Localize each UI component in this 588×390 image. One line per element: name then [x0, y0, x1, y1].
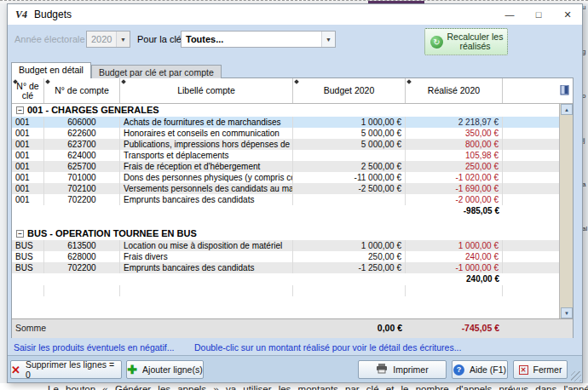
group-header-row[interactable]: −BUS - OPERATION TOURNEE EN BUS	[12, 227, 559, 240]
cell-libelle[interactable]: Versements personnels des candidats au m…	[120, 183, 293, 194]
year-select[interactable]: 2020 ▼	[86, 31, 130, 48]
add-lines-button[interactable]: ✚ Ajouter ligne(s)	[126, 360, 204, 379]
cell-libelle[interactable]: Location ou mise à disposition de matéri…	[120, 240, 293, 251]
filter-icon[interactable]	[560, 85, 569, 97]
cell-libelle[interactable]: Achats de fournitures et de marchandises	[120, 117, 293, 128]
cell-cle[interactable]: 001	[12, 117, 44, 128]
cell-realise[interactable]: 240,00 €	[406, 251, 503, 262]
table-row[interactable]: 001701000Dons des personnes physiques (y…	[12, 172, 559, 183]
table-row[interactable]: 001625700Frais de réception et d'héberge…	[12, 161, 559, 172]
delete-zero-lines-button[interactable]: ✕ Supprimer les lignes = 0	[10, 360, 122, 379]
cell-compte[interactable]: 623700	[44, 139, 120, 150]
key-select[interactable]: Toutes... ▼	[181, 31, 336, 48]
cell-realise[interactable]: 2 218,97 €	[406, 117, 503, 128]
cell-compte[interactable]: 701000	[44, 172, 120, 183]
collapse-icon[interactable]: −	[16, 230, 24, 238]
table-row[interactable]: 001606000Achats de fournitures et de mar…	[12, 117, 559, 128]
cell-realise[interactable]: -1 000,00 €	[406, 262, 503, 273]
cell-realise[interactable]: -1 020,00 €	[406, 172, 503, 183]
column-header-cle[interactable]: N° de clé	[12, 78, 44, 103]
maximize-button[interactable]: □	[524, 4, 553, 25]
resize-grip[interactable]	[571, 371, 581, 381]
cell-compte[interactable]: 702200	[44, 262, 120, 273]
cell-compte[interactable]: 625700	[44, 161, 120, 172]
cell-libelle[interactable]: Transports et déplacements	[120, 150, 293, 161]
empty-row[interactable]	[12, 285, 559, 296]
table-row[interactable]: 001702200Emprunts bancaires des candidat…	[12, 194, 559, 205]
cell-libelle[interactable]: Frais de réception et d'hébergement	[120, 161, 293, 172]
cell-cle[interactable]: 001	[12, 172, 44, 183]
column-header-budget[interactable]: Budget 2020	[293, 78, 406, 103]
cell-libelle[interactable]: Publications, impressions hors dépenses …	[120, 139, 293, 150]
cell-libelle[interactable]: Emprunts bancaires des candidats	[120, 262, 293, 273]
scroll-up-icon[interactable]: ▲	[561, 104, 573, 115]
cell-cle[interactable]: 001	[12, 161, 44, 172]
cell-compte[interactable]: 702100	[44, 183, 120, 194]
cell-budget[interactable]	[293, 150, 406, 161]
cell-compte[interactable]: 613500	[44, 240, 120, 251]
group-header-row[interactable]: −001 - CHARGES GENERALES	[12, 104, 559, 117]
cell-cle[interactable]: 001	[12, 128, 44, 139]
collapse-icon[interactable]: −	[16, 106, 24, 114]
close-button[interactable]: ✕	[553, 4, 582, 25]
column-header-label: Réalisé 2020	[428, 86, 480, 95]
cell-compte[interactable]: 622600	[44, 128, 120, 139]
cell-budget[interactable]: 5 000,00 €	[293, 139, 406, 150]
cell-realise[interactable]: 250,00 €	[406, 161, 503, 172]
close-dialog-button[interactable]: ✕ Fermer	[513, 360, 568, 379]
cell-budget[interactable]: -2 500,00 €	[293, 183, 406, 194]
table-row[interactable]: 001702100Versements personnels des candi…	[12, 183, 559, 194]
cell-budget[interactable]: 5 000,00 €	[293, 128, 406, 139]
print-button[interactable]: Imprimer	[358, 360, 447, 379]
cell-cle[interactable]: 001	[12, 139, 44, 150]
cell-realise[interactable]: 105,98 €	[406, 150, 503, 161]
minimize-button[interactable]: —	[495, 4, 524, 25]
tab-budget-detail[interactable]: Budget en détail	[11, 62, 91, 78]
column-header-realise[interactable]: Réalisé 2020	[406, 78, 503, 103]
table-row[interactable]: 001624000Transports et déplacements105,9…	[12, 150, 559, 161]
close-x-icon: ✕	[519, 365, 528, 375]
cell-realise[interactable]: -1 690,00 €	[406, 183, 503, 194]
cell-cle[interactable]: BUS	[12, 240, 44, 251]
vertical-scrollbar[interactable]: ▲ ▼	[559, 104, 573, 318]
recalculate-button[interactable]: ↻ Recalculer les réalisés	[424, 28, 508, 55]
cell-realise[interactable]: 1 000,00 €	[406, 240, 503, 251]
close-label: Fermer	[533, 364, 562, 375]
cell-cle[interactable]: BUS	[12, 251, 44, 262]
cell-compte[interactable]: 702200	[44, 194, 120, 205]
cell-budget[interactable]: 1 000,00 €	[293, 240, 406, 251]
cell-budget[interactable]: 1 000,00 €	[293, 117, 406, 128]
table-row[interactable]: BUS628000Frais divers250,00 €240,00 €	[12, 251, 559, 262]
cell-budget[interactable]	[293, 194, 406, 205]
cell-compte[interactable]: 606000	[44, 117, 120, 128]
cell-realise[interactable]: 350,00 €	[406, 128, 503, 139]
cell-libelle[interactable]: Emprunts bancaires des candidats	[120, 194, 293, 205]
background-clipped-line: Le bouton « Générer les appels » va util…	[48, 384, 588, 390]
help-button[interactable]: ? Aide (F1)	[452, 360, 508, 379]
cell-cle[interactable]: 001	[12, 150, 44, 161]
table-row[interactable]: BUS702200Emprunts bancaires des candidat…	[12, 262, 559, 273]
empty-cell	[120, 285, 293, 296]
table-row[interactable]: BUS613500Location ou mise à disposition …	[12, 240, 559, 251]
cell-libelle[interactable]: Dons des personnes physiques (y compris …	[120, 172, 293, 183]
table-row[interactable]: 001623700Publications, impressions hors …	[12, 139, 559, 150]
scroll-down-icon[interactable]: ▼	[561, 307, 573, 318]
title-bar[interactable]: V4 Budgets — □ ✕	[8, 4, 582, 25]
column-header-compte[interactable]: N° de compte	[44, 78, 120, 103]
table-row[interactable]: 001622600Honoraires et conseils en commu…	[12, 128, 559, 139]
cell-realise[interactable]: 800,00 €	[406, 139, 503, 150]
cell-realise[interactable]: -2 000,00 €	[406, 194, 503, 205]
cell-budget[interactable]: -11 000,00 €	[293, 172, 406, 183]
cell-cle[interactable]: 001	[12, 183, 44, 194]
cell-libelle[interactable]: Honoraires et conseils en communication	[120, 128, 293, 139]
cell-cle[interactable]: 001	[12, 194, 44, 205]
cell-budget[interactable]: 250,00 €	[293, 251, 406, 262]
tab-budget-par-cle[interactable]: Budget par clé et par compte	[91, 65, 222, 78]
cell-budget[interactable]: 2 500,00 €	[293, 161, 406, 172]
cell-compte[interactable]: 624000	[44, 150, 120, 161]
cell-budget[interactable]: -1 250,00 €	[293, 262, 406, 273]
column-header-libelle[interactable]: Libellé compte	[120, 78, 293, 103]
cell-libelle[interactable]: Frais divers	[120, 251, 293, 262]
cell-compte[interactable]: 628000	[44, 251, 120, 262]
cell-cle[interactable]: BUS	[12, 262, 44, 273]
